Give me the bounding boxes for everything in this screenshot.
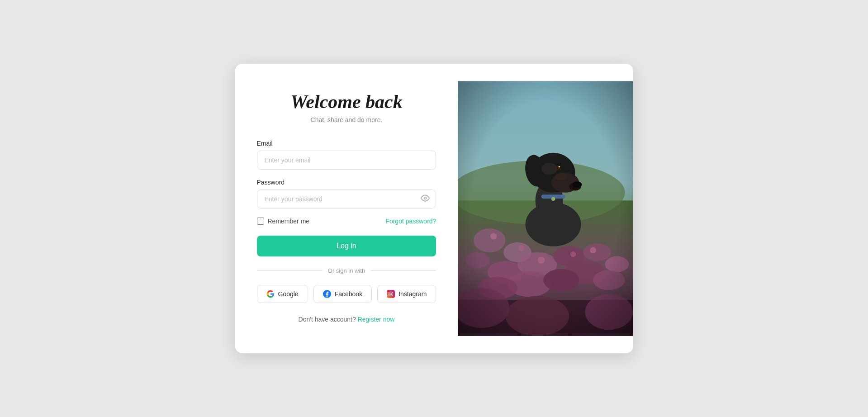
login-button[interactable]: Log in <box>257 236 436 256</box>
right-panel <box>458 64 633 353</box>
divider: Or sign in with <box>257 267 436 274</box>
divider-text: Or sign in with <box>328 267 365 274</box>
remember-row: Remember me Forgot password? <box>257 218 436 225</box>
facebook-icon <box>323 290 331 298</box>
svg-point-0 <box>424 197 427 199</box>
toggle-password-icon[interactable] <box>421 194 430 204</box>
instagram-label: Instagram <box>398 290 427 298</box>
remember-left: Remember me <box>257 218 310 225</box>
password-wrapper <box>257 190 436 208</box>
email-label: Email <box>257 140 436 147</box>
facebook-label: Facebook <box>335 290 362 298</box>
svg-rect-2 <box>387 290 395 298</box>
right-panel-image <box>458 64 633 353</box>
social-buttons-row: Google Facebook <box>257 285 436 303</box>
divider-line-right <box>370 270 436 271</box>
divider-line-left <box>257 270 323 271</box>
email-group: Email <box>257 140 436 170</box>
svg-rect-46 <box>458 81 633 336</box>
remember-checkbox[interactable] <box>257 218 264 225</box>
google-icon <box>266 290 275 298</box>
password-group: Password <box>257 179 436 208</box>
email-input[interactable] <box>257 151 436 170</box>
welcome-subtitle: Chat, share and do more. <box>257 116 436 123</box>
register-link[interactable]: Register now <box>358 316 395 323</box>
google-signin-button[interactable]: Google <box>257 285 308 303</box>
facebook-signin-button[interactable]: Facebook <box>313 285 372 303</box>
login-card: Welcome back Chat, share and do more. Em… <box>235 64 633 353</box>
instagram-icon <box>387 290 395 298</box>
password-label: Password <box>257 179 436 186</box>
forgot-password-link[interactable]: Forgot password? <box>385 218 436 225</box>
left-panel: Welcome back Chat, share and do more. Em… <box>235 64 458 353</box>
password-input[interactable] <box>257 190 436 208</box>
svg-point-5 <box>392 292 393 293</box>
google-label: Google <box>278 290 299 298</box>
welcome-title: Welcome back <box>257 91 436 113</box>
register-row: Don't have account? Register now <box>257 316 436 323</box>
remember-label[interactable]: Remember me <box>268 218 310 225</box>
no-account-text: Don't have account? <box>299 316 356 323</box>
instagram-signin-button[interactable]: Instagram <box>377 285 436 303</box>
